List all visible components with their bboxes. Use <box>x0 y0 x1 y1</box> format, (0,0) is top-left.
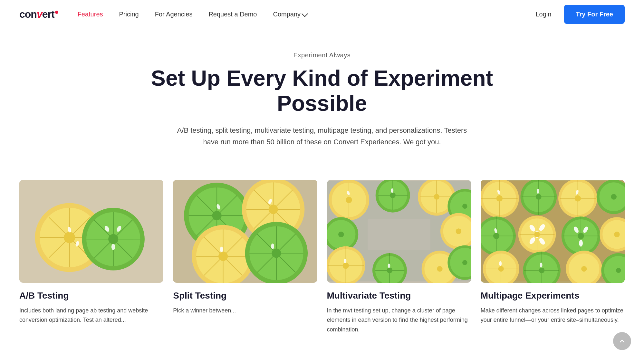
svg-point-164 <box>540 263 543 268</box>
svg-point-93 <box>462 260 467 265</box>
hero-eyebrow: Experiment Always <box>19 52 625 59</box>
nav-item-pricing[interactable]: Pricing <box>119 11 139 18</box>
svg-point-143 <box>614 232 620 237</box>
svg-point-52 <box>271 244 274 249</box>
card-title-multipage-experiments: Multipage Experiments <box>481 291 625 301</box>
svg-point-163 <box>499 261 502 266</box>
card-desc-ab-testing: Includes both landing page ab testing an… <box>19 306 163 325</box>
logo-dot <box>55 11 58 14</box>
svg-point-159 <box>616 268 621 273</box>
svg-point-87 <box>387 268 392 273</box>
logo-slash: v <box>37 8 42 20</box>
citrus-image-1 <box>19 180 163 283</box>
svg-point-34 <box>269 205 278 214</box>
card-title-split-testing: Split Testing <box>173 291 317 301</box>
svg-point-97 <box>344 259 346 263</box>
svg-point-148 <box>498 266 504 272</box>
nav-item-company[interactable]: Company <box>273 11 307 18</box>
card-desc-multipage-experiments: Make different changes across linked pag… <box>481 306 625 325</box>
login-link[interactable]: Login <box>535 11 551 18</box>
svg-point-153 <box>539 268 545 273</box>
svg-point-41 <box>218 252 228 261</box>
svg-point-7 <box>64 232 75 243</box>
card-desc-multivariate-testing: In the mvt testing set up, change a clus… <box>327 306 471 335</box>
citrus-image-4 <box>481 180 625 283</box>
card-multivariate-testing: Multivariate Testing In the mvt testing … <box>327 180 471 335</box>
citrus-image-2 <box>173 180 317 283</box>
card-image-multivariate-testing <box>327 180 471 283</box>
nav-item-features[interactable]: Features <box>78 11 103 18</box>
nav-link-agencies[interactable]: For Agencies <box>155 11 193 18</box>
try-for-free-button[interactable]: Try For Free <box>564 5 625 24</box>
svg-point-109 <box>536 194 542 200</box>
hero-title: Set Up Every Kind of Experiment Possible <box>145 65 499 116</box>
card-title-multivariate-testing: Multivariate Testing <box>327 291 471 301</box>
nav-link-demo[interactable]: Request a Demo <box>208 11 257 18</box>
svg-point-98 <box>388 263 390 268</box>
scroll-to-top-button[interactable] <box>613 332 631 350</box>
card-image-split-testing <box>173 180 317 283</box>
svg-point-82 <box>342 263 349 269</box>
nav-link-pricing[interactable]: Pricing <box>119 11 139 18</box>
svg-point-90 <box>437 266 443 272</box>
svg-point-140 <box>578 233 584 239</box>
card-image-ab-testing <box>19 180 163 283</box>
svg-rect-94 <box>368 219 430 250</box>
chevron-up-icon <box>618 337 626 345</box>
svg-point-156 <box>581 266 587 272</box>
svg-point-17 <box>111 244 115 250</box>
svg-point-51 <box>220 246 223 252</box>
svg-point-114 <box>574 195 581 201</box>
chevron-down-icon <box>302 11 308 17</box>
svg-point-63 <box>390 192 396 198</box>
card-desc-split-testing: Pick a winner between... <box>173 306 317 316</box>
nav-link-company[interactable]: Company <box>273 11 307 18</box>
card-multipage-experiments: Multipage Experiments Make different cha… <box>481 180 625 335</box>
nav-menu: Features Pricing For Agencies Request a … <box>78 11 536 18</box>
nav-item-agencies[interactable]: For Agencies <box>155 11 193 18</box>
svg-point-68 <box>434 194 439 200</box>
hero-subtitle: A/B testing, split testing, multivariate… <box>177 125 467 147</box>
svg-point-14 <box>108 234 118 244</box>
card-image-multipage-experiments <box>481 180 625 283</box>
citrus-image-3 <box>327 180 471 283</box>
hero-section: Experiment Always Set Up Every Kind of E… <box>0 29 644 164</box>
main-nav: convert Features Pricing For Agencies Re… <box>0 0 644 29</box>
svg-point-122 <box>493 233 499 239</box>
svg-point-58 <box>346 197 352 203</box>
svg-point-139 <box>579 240 583 246</box>
logo[interactable]: convert <box>19 8 58 20</box>
svg-point-48 <box>272 248 281 258</box>
svg-point-27 <box>212 211 222 220</box>
svg-point-71 <box>462 204 467 209</box>
svg-point-77 <box>456 228 461 234</box>
svg-point-104 <box>496 195 502 201</box>
card-ab-testing: A/B Testing Includes both landing page a… <box>19 180 163 335</box>
card-title-ab-testing: A/B Testing <box>19 291 163 301</box>
nav-actions: Login Try For Free <box>535 5 625 24</box>
svg-point-96 <box>391 188 393 193</box>
svg-point-117 <box>611 194 617 200</box>
nav-item-demo[interactable]: Request a Demo <box>208 11 257 18</box>
experiment-cards-grid: A/B Testing Includes both landing page a… <box>0 164 644 354</box>
card-split-testing: Split Testing Pick a winner between... <box>173 180 317 335</box>
nav-link-features[interactable]: Features <box>78 11 103 18</box>
svg-point-74 <box>338 232 344 237</box>
svg-point-161 <box>537 189 539 194</box>
svg-point-132 <box>534 232 540 237</box>
